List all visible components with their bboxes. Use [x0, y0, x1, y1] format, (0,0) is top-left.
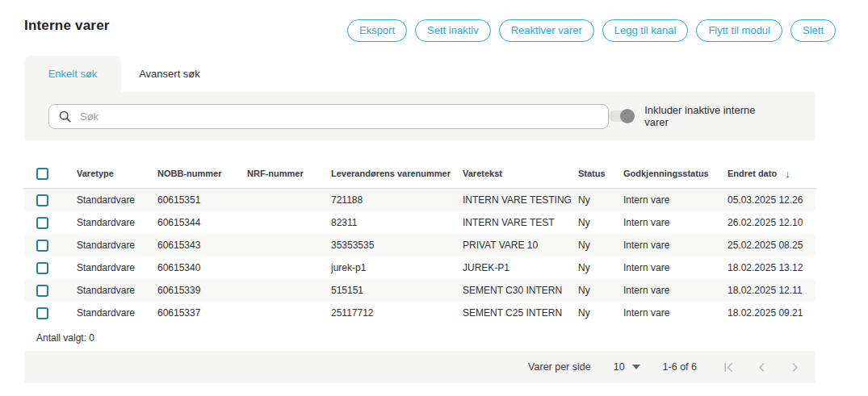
sort-desc-icon[interactable]: ↓ — [785, 168, 790, 180]
pager-icons — [723, 361, 801, 373]
delete-button[interactable]: Slett — [790, 19, 836, 42]
column-header-status[interactable]: Status — [578, 169, 623, 178]
page-header: Interne varer Eksport Sett inaktiv Reakt… — [24, 16, 836, 42]
cell-endret-dato: 18.02.2025 13.12 — [728, 262, 816, 273]
search-field-wrapper — [48, 104, 609, 129]
cell-godkjenningsstatus: Intern vare — [623, 240, 728, 251]
column-header-leverandorens-varenummer[interactable]: Leverandørens varenummer — [331, 169, 463, 178]
cell-leverandorens-varenummer: 25117712 — [331, 307, 463, 319]
table-row[interactable]: Standardvare 60615340 jurek-p1 JUREK-P1 … — [24, 256, 816, 279]
tab-simple-search[interactable]: Enkelt søk — [24, 56, 121, 92]
cell-status: Ny — [578, 262, 623, 273]
cell-varetekst: JUREK-P1 — [463, 262, 578, 273]
row-checkbox[interactable] — [36, 307, 48, 319]
previous-page-icon[interactable] — [756, 361, 768, 373]
internal-items-page: Interne varer Eksport Sett inaktiv Reakt… — [0, 0, 868, 383]
cell-nobb-nummer: 60615340 — [157, 262, 247, 273]
table-row[interactable]: Standardvare 60615351 721188 INTERN VARE… — [24, 189, 816, 211]
table-row[interactable]: Standardvare 60615344 82311 INTERN VARE … — [24, 211, 816, 234]
row-checkbox[interactable] — [36, 285, 48, 297]
cell-leverandorens-varenummer: 721188 — [331, 194, 463, 206]
select-all-checkbox[interactable] — [36, 168, 48, 180]
reactivate-items-button[interactable]: Reaktiver varer — [499, 19, 594, 42]
table-header-row: Varetype NOBB-nummer NRF-nummer Leverand… — [24, 159, 816, 189]
cell-nobb-nummer: 60615339 — [157, 285, 247, 296]
first-page-icon[interactable] — [723, 361, 735, 373]
cell-endret-dato: 05.03.2025 12.26 — [728, 194, 816, 206]
cell-status: Ny — [578, 285, 623, 296]
cell-endret-dato: 25.02.2025 08.25 — [728, 240, 816, 251]
cell-varetype: Standardvare — [77, 307, 157, 319]
row-checkbox[interactable] — [36, 194, 48, 206]
cell-varetekst: SEMENT C30 INTERN — [463, 285, 578, 296]
search-tabs: Enkelt søk Avansert søk — [24, 56, 816, 92]
search-icon — [59, 110, 71, 123]
table-row[interactable]: Standardvare 60615339 515151 SEMENT C30 … — [24, 279, 816, 302]
cell-varetype: Standardvare — [77, 217, 157, 228]
set-inactive-button[interactable]: Sett inaktiv — [415, 19, 491, 42]
table-row[interactable]: Standardvare 60615337 25117712 SEMENT C2… — [24, 302, 816, 324]
cell-varetype: Standardvare — [77, 285, 157, 296]
cell-leverandorens-varenummer: 82311 — [331, 217, 463, 228]
column-header-nrf-nummer[interactable]: NRF-nummer — [247, 169, 331, 178]
add-to-channel-button[interactable]: Legg til kanal — [602, 19, 689, 42]
search-panel: Inkluder inaktive interne varer — [24, 92, 816, 140]
cell-godkjenningsstatus: Intern vare — [623, 194, 728, 206]
page-range-text: 1-6 of 6 — [663, 361, 697, 373]
header-checkbox-cell — [24, 168, 77, 180]
page-title: Interne varer — [24, 18, 110, 34]
row-checkbox[interactable] — [36, 240, 48, 252]
cell-godkjenningsstatus: Intern vare — [623, 217, 728, 228]
pagination-bar: Varer per side 10 1-6 of 6 — [24, 351, 816, 383]
endret-dato-label: Endret dato — [728, 169, 777, 178]
include-inactive-toggle-group: Inkluder inaktive interne varer — [609, 104, 782, 128]
cell-godkjenningsstatus: Intern vare — [623, 307, 728, 319]
items-table: Varetype NOBB-nummer NRF-nummer Leverand… — [24, 159, 816, 383]
toggle-knob — [620, 109, 635, 123]
row-checkbox[interactable] — [36, 262, 48, 274]
row-checkbox[interactable] — [36, 217, 48, 229]
cell-leverandorens-varenummer: 35353535 — [331, 240, 463, 251]
column-header-nobb-nummer[interactable]: NOBB-nummer — [157, 169, 247, 178]
selection-summary: Antall valgt: 0 — [24, 324, 816, 351]
search-input[interactable] — [48, 104, 609, 129]
table-row[interactable]: Standardvare 60615343 35353535 PRIVAT VA… — [24, 234, 816, 256]
cell-endret-dato: 18.02.2025 12.11 — [728, 285, 816, 296]
cell-nobb-nummer: 60615337 — [157, 307, 247, 319]
next-page-icon[interactable] — [789, 361, 801, 373]
column-header-varetekst[interactable]: Varetekst — [463, 169, 578, 178]
cell-varetekst: INTERN VARE TEST — [463, 217, 578, 228]
column-header-endret-dato[interactable]: Endret dato ↓ — [728, 168, 816, 180]
cell-leverandorens-varenummer: 515151 — [331, 285, 463, 296]
per-page-label: Varer per side — [528, 361, 591, 373]
cell-endret-dato: 18.02.2025 09.21 — [728, 307, 816, 319]
per-page-value: 10 — [614, 361, 625, 373]
cell-varetype: Standardvare — [77, 240, 157, 251]
cell-status: Ny — [578, 194, 623, 206]
cell-varetype: Standardvare — [77, 194, 157, 206]
cell-godkjenningsstatus: Intern vare — [623, 285, 728, 296]
include-inactive-toggle-label: Inkluder inaktive interne varer — [644, 104, 782, 128]
cell-varetekst: PRIVAT VARE 10 — [463, 240, 578, 251]
toolbar: Eksport Sett inaktiv Reaktiver varer Leg… — [347, 19, 836, 42]
tab-advanced-search[interactable]: Avansert søk — [121, 56, 218, 92]
cell-status: Ny — [578, 307, 623, 319]
cell-nobb-nummer: 60615343 — [157, 240, 247, 251]
column-header-godkjenningsstatus[interactable]: Godkjenningsstatus — [623, 169, 728, 178]
export-button[interactable]: Eksport — [347, 19, 407, 42]
cell-nobb-nummer: 60615351 — [157, 194, 247, 206]
cell-nobb-nummer: 60615344 — [157, 217, 247, 228]
per-page-select[interactable]: 10 — [614, 361, 640, 373]
cell-leverandorens-varenummer: jurek-p1 — [331, 262, 463, 273]
cell-varetype: Standardvare — [77, 262, 157, 273]
move-to-module-button[interactable]: Flytt til modul — [696, 19, 782, 42]
cell-varetekst: INTERN VARE TESTING — [463, 194, 578, 206]
cell-varetekst: SEMENT C25 INTERN — [463, 307, 578, 319]
table-body: Standardvare 60615351 721188 INTERN VARE… — [24, 189, 816, 324]
cell-endret-dato: 26.02.2025 12.10 — [728, 217, 816, 228]
column-header-varetype[interactable]: Varetype — [77, 169, 157, 178]
cell-status: Ny — [578, 240, 623, 251]
cell-status: Ny — [578, 217, 623, 228]
chevron-down-icon — [632, 365, 640, 369]
include-inactive-toggle[interactable] — [609, 110, 634, 122]
